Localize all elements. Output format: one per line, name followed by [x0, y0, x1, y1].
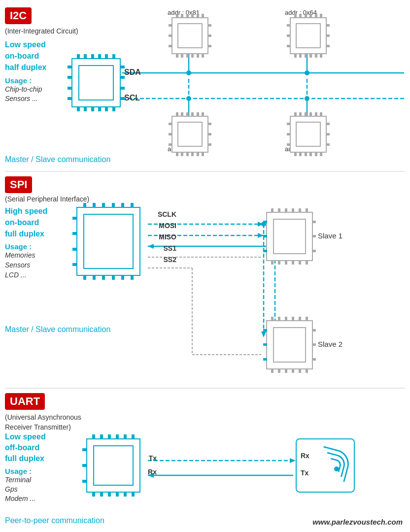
spi-usage-label: Usage :: [5, 242, 32, 251]
i2c-duplex: half duplex: [5, 63, 46, 72]
i2c-master-chip: [71, 58, 121, 107]
uart-usage-1: Terminal: [5, 476, 31, 484]
i2c-badge-container: I2C: [5, 7, 32, 24]
uart-usage-3: Modem ...: [5, 495, 35, 502]
footer-url: www.parlezvoustech.com: [312, 518, 403, 526]
uart-rx-label: Rx: [148, 468, 157, 476]
uart-duplex: full duplex: [5, 454, 44, 463]
uart-speed: Low speed: [5, 432, 46, 441]
spi-board: on-board: [5, 218, 39, 227]
svg-point-13: [305, 70, 309, 75]
uart-master-chip: Tx Rx: [86, 438, 140, 493]
spi-usage-3: LCD ...: [5, 271, 27, 279]
svg-marker-38: [290, 458, 296, 463]
spi-slave1-label: Slave 1: [318, 232, 342, 240]
spi-speed: High speed: [5, 207, 47, 216]
spi-usage-1: Memories: [5, 251, 35, 259]
spi-slave2-label: Slave 2: [318, 340, 342, 348]
uart-usage-2: Gps: [5, 485, 18, 493]
svg-point-15: [305, 96, 309, 101]
spi-ss2-label: SS2: [164, 256, 176, 264]
uart-board: off-board: [5, 443, 39, 452]
spi-usage-2: Sensors: [5, 261, 30, 269]
sda-label: SDA: [124, 68, 141, 77]
uart-badge: UART: [5, 393, 45, 410]
i2c-comm: Master / Slave communication: [5, 155, 110, 164]
i2c-slave3-chip: [171, 116, 208, 153]
i2c-fullname: (Inter-Integrated Circuit): [5, 27, 78, 35]
spi-sclk-label: SCLK: [158, 210, 176, 218]
spi-mosi-label: MOSI: [159, 222, 176, 230]
i2c-usage-2: Sensors ...: [5, 95, 38, 102]
spi-miso-label: MISO: [159, 233, 176, 241]
uart-receiver-tx: Tx: [301, 469, 308, 477]
uart-tx-label: Tx: [149, 454, 157, 462]
i2c-usage-1: Chip-to-chip: [5, 85, 42, 93]
uart-comm: Peer-to-peer communication: [5, 516, 104, 525]
spi-badge-container: SPI: [5, 176, 32, 193]
uart-receiver-rx: Rx: [301, 452, 309, 460]
spi-duplex: full duplex: [5, 230, 44, 238]
spi-fullname: (Serial Peripheral Interface): [5, 195, 89, 203]
uart-usage-label: Usage :: [5, 467, 32, 475]
spi-slave1-chip: [266, 212, 313, 261]
i2c-badge: I2C: [5, 7, 32, 24]
spi-badge: SPI: [5, 176, 32, 193]
scl-label: SCL: [124, 94, 140, 102]
i2c-usage-label: Usage :: [5, 76, 32, 85]
svg-point-14: [186, 96, 191, 101]
i2c-slave2-chip: [290, 17, 327, 54]
uart-receiver-device: Rx Tx: [296, 438, 355, 493]
spi-master-chip: SCLK MOSI MISO SS1 SS2: [76, 207, 140, 276]
spi-ss1-label: SS1: [164, 244, 176, 252]
uart-fullname: (Universal AsynchronousReceiver Transmit…: [5, 413, 81, 432]
svg-point-12: [186, 70, 191, 75]
i2c-slave4-chip: [290, 116, 327, 153]
uart-badge-container: UART: [5, 393, 45, 410]
spi-slave2-chip: [266, 320, 313, 369]
i2c-speed: Low speed: [5, 40, 46, 49]
i2c-board: on-board: [5, 52, 39, 61]
svg-marker-22: [148, 244, 154, 249]
spi-comm: Master / Slave communication: [5, 325, 110, 334]
i2c-slave1-chip: [171, 17, 208, 54]
